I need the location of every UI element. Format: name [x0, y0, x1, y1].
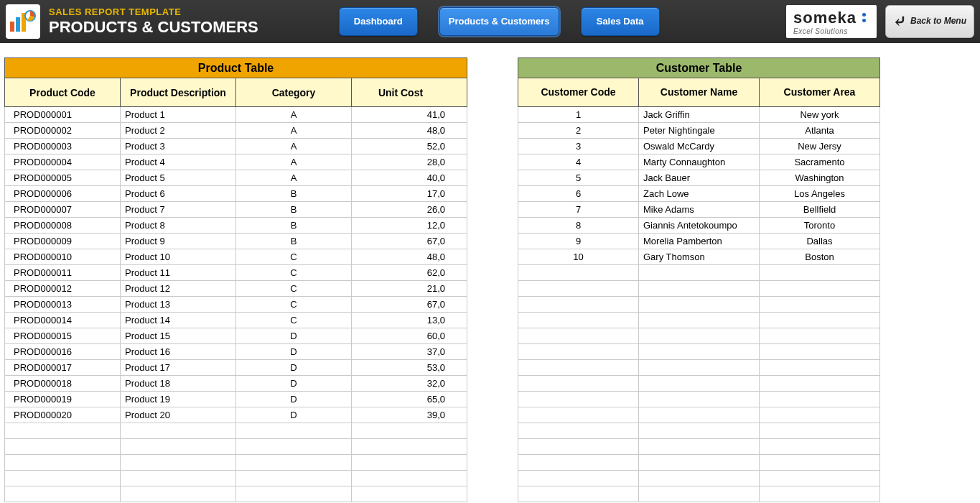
product-code-cell[interactable]: PROD000013 — [5, 297, 121, 313]
empty-cell[interactable] — [639, 486, 760, 502]
empty-cell[interactable] — [760, 471, 880, 486]
customer-name-cell[interactable]: Peter Nightingale — [639, 123, 760, 139]
customer-code-cell[interactable]: 2 — [518, 123, 639, 139]
product-code-cell[interactable]: PROD000008 — [5, 218, 121, 234]
empty-cell[interactable] — [5, 486, 121, 502]
empty-cell[interactable] — [518, 297, 639, 313]
product-cost-cell[interactable]: 60,0 — [352, 328, 467, 344]
product-code-cell[interactable]: PROD000007 — [5, 202, 121, 218]
product-code-cell[interactable]: PROD000018 — [5, 376, 121, 392]
customer-name-cell[interactable]: Giannis Antetokoumpo — [639, 218, 760, 234]
product-code-cell[interactable]: PROD000009 — [5, 234, 121, 249]
empty-cell[interactable] — [518, 439, 639, 455]
product-code-cell[interactable]: PROD000005 — [5, 170, 121, 186]
product-cost-cell[interactable]: 67,0 — [352, 234, 467, 249]
customer-code-cell[interactable]: 5 — [518, 170, 639, 186]
product-category-cell[interactable]: C — [236, 313, 352, 328]
product-cost-cell[interactable]: 65,0 — [352, 392, 467, 407]
customer-area-cell[interactable]: Boston — [760, 249, 880, 265]
product-desc-cell[interactable]: Product 13 — [121, 297, 236, 313]
empty-cell[interactable] — [760, 360, 880, 376]
empty-cell[interactable] — [760, 376, 880, 392]
product-cost-cell[interactable]: 52,0 — [352, 139, 467, 154]
customer-code-cell[interactable]: 8 — [518, 218, 639, 234]
empty-cell[interactable] — [639, 439, 760, 455]
product-code-cell[interactable]: PROD000016 — [5, 344, 121, 360]
empty-cell[interactable] — [760, 297, 880, 313]
product-category-cell[interactable]: C — [236, 265, 352, 281]
empty-cell[interactable] — [121, 455, 236, 471]
empty-cell[interactable] — [518, 313, 639, 328]
product-code-cell[interactable]: PROD000011 — [5, 265, 121, 281]
empty-cell[interactable] — [121, 439, 236, 455]
product-desc-cell[interactable]: Product 16 — [121, 344, 236, 360]
product-category-cell[interactable]: D — [236, 392, 352, 407]
product-cost-cell[interactable]: 41,0 — [352, 107, 467, 123]
empty-cell[interactable] — [352, 471, 467, 486]
customer-area-cell[interactable]: Atlanta — [760, 123, 880, 139]
customer-code-cell[interactable]: 1 — [518, 107, 639, 123]
empty-cell[interactable] — [236, 439, 352, 455]
product-code-cell[interactable]: PROD000010 — [5, 249, 121, 265]
customer-name-cell[interactable]: Morelia Pamberton — [639, 234, 760, 249]
customer-name-cell[interactable]: Oswald McCardy — [639, 139, 760, 154]
product-cost-cell[interactable]: 53,0 — [352, 360, 467, 376]
product-desc-cell[interactable]: Product 14 — [121, 313, 236, 328]
product-desc-cell[interactable]: Product 9 — [121, 234, 236, 249]
product-header-unit-cost[interactable]: Unit Cost — [352, 78, 467, 107]
empty-cell[interactable] — [639, 423, 760, 439]
product-category-cell[interactable]: D — [236, 344, 352, 360]
empty-cell[interactable] — [518, 486, 639, 502]
product-category-cell[interactable]: B — [236, 186, 352, 202]
customer-name-cell[interactable]: Mike Adams — [639, 202, 760, 218]
product-desc-cell[interactable]: Product 5 — [121, 170, 236, 186]
empty-cell[interactable] — [760, 281, 880, 297]
product-cost-cell[interactable]: 21,0 — [352, 281, 467, 297]
back-to-menu-button[interactable]: ⤶ Back to Menu — [885, 5, 974, 38]
empty-cell[interactable] — [236, 471, 352, 486]
product-cost-cell[interactable]: 48,0 — [352, 123, 467, 139]
customer-area-cell[interactable]: Dallas — [760, 234, 880, 249]
product-code-cell[interactable]: PROD000001 — [5, 107, 121, 123]
customer-code-cell[interactable]: 9 — [518, 234, 639, 249]
product-category-cell[interactable]: B — [236, 202, 352, 218]
empty-cell[interactable] — [760, 265, 880, 281]
empty-cell[interactable] — [639, 297, 760, 313]
empty-cell[interactable] — [518, 392, 639, 407]
empty-cell[interactable] — [236, 455, 352, 471]
customer-area-cell[interactable]: Los Angeles — [760, 186, 880, 202]
product-category-cell[interactable]: C — [236, 281, 352, 297]
product-desc-cell[interactable]: Product 1 — [121, 107, 236, 123]
product-cost-cell[interactable]: 26,0 — [352, 202, 467, 218]
empty-cell[interactable] — [121, 486, 236, 502]
product-category-cell[interactable]: D — [236, 328, 352, 344]
empty-cell[interactable] — [639, 376, 760, 392]
nav-products-customers-button[interactable]: Products & Customers — [439, 7, 559, 36]
empty-cell[interactable] — [518, 360, 639, 376]
empty-cell[interactable] — [121, 471, 236, 486]
product-category-cell[interactable]: D — [236, 376, 352, 392]
empty-cell[interactable] — [760, 392, 880, 407]
customer-code-cell[interactable]: 10 — [518, 249, 639, 265]
empty-cell[interactable] — [236, 423, 352, 439]
product-desc-cell[interactable]: Product 8 — [121, 218, 236, 234]
empty-cell[interactable] — [121, 423, 236, 439]
empty-cell[interactable] — [518, 344, 639, 360]
product-code-cell[interactable]: PROD000015 — [5, 328, 121, 344]
empty-cell[interactable] — [518, 423, 639, 439]
product-category-cell[interactable]: B — [236, 218, 352, 234]
product-cost-cell[interactable]: 12,0 — [352, 218, 467, 234]
product-category-cell[interactable]: A — [236, 107, 352, 123]
empty-cell[interactable] — [352, 423, 467, 439]
customer-area-cell[interactable]: Toronto — [760, 218, 880, 234]
customer-area-cell[interactable]: Sacramento — [760, 154, 880, 170]
product-cost-cell[interactable]: 13,0 — [352, 313, 467, 328]
product-cost-cell[interactable]: 28,0 — [352, 154, 467, 170]
customer-area-cell[interactable]: New york — [760, 107, 880, 123]
empty-cell[interactable] — [760, 439, 880, 455]
product-category-cell[interactable]: D — [236, 360, 352, 376]
customer-area-cell[interactable]: Washington — [760, 170, 880, 186]
product-cost-cell[interactable]: 17,0 — [352, 186, 467, 202]
empty-cell[interactable] — [352, 439, 467, 455]
product-code-cell[interactable]: PROD000012 — [5, 281, 121, 297]
